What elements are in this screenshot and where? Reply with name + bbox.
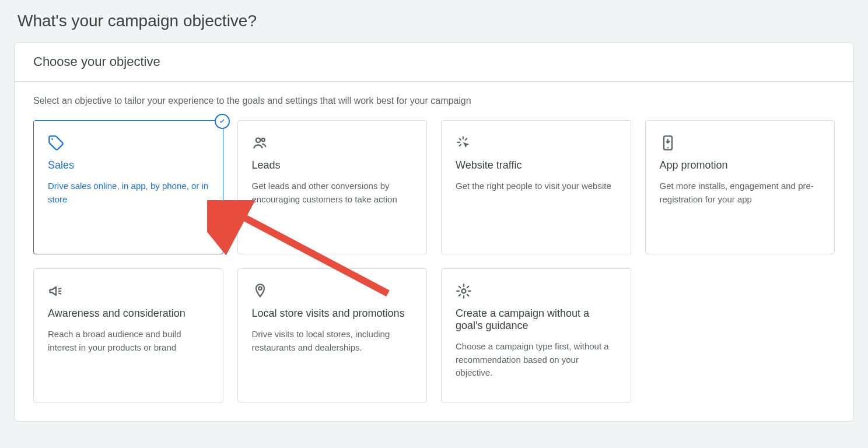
objective-card-sales[interactable]: Sales Drive sales online, in app, by pho…: [33, 120, 223, 254]
objective-card-app-promotion[interactable]: App promotion Get more installs, engagem…: [645, 120, 835, 254]
objective-desc: Get more installs, engagement and pre-re…: [660, 180, 821, 206]
megaphone-icon: [48, 283, 64, 299]
check-icon: [215, 114, 230, 129]
objective-title: Local store visits and promotions: [252, 307, 413, 320]
objective-title: Sales: [48, 159, 209, 172]
objective-title: Create a campaign without a goal's guida…: [456, 307, 617, 332]
svg-point-4: [667, 147, 668, 148]
tag-icon: [48, 135, 64, 151]
svg-point-6: [462, 289, 466, 293]
panel-header-title: Choose your objective: [33, 54, 835, 69]
objective-panel: Choose your objective Select an objectiv…: [14, 42, 854, 422]
objective-desc: Get leads and other conversions by encou…: [252, 180, 413, 206]
panel-body: Select an objective to tailor your exper…: [15, 82, 853, 421]
svg-point-1: [256, 138, 260, 142]
objective-card-awareness[interactable]: Awareness and consideration Reach a broa…: [33, 268, 223, 402]
objective-desc: Drive visits to local stores, including …: [252, 328, 413, 354]
phone-icon: [660, 135, 676, 151]
svg-point-0: [51, 138, 53, 140]
objectives-grid: Sales Drive sales online, in app, by pho…: [33, 120, 835, 402]
people-icon: [252, 135, 268, 151]
objective-card-website-traffic[interactable]: Website traffic Get the right people to …: [441, 120, 631, 254]
gear-icon: [456, 283, 472, 299]
panel-header: Choose your objective: [15, 43, 853, 82]
objective-desc: Choose a campaign type first, without a …: [456, 340, 617, 380]
svg-point-2: [261, 138, 264, 141]
objective-title: Leads: [252, 159, 413, 172]
panel-instruction: Select an objective to tailor your exper…: [33, 96, 835, 106]
pin-icon: [252, 283, 268, 299]
objective-title: Website traffic: [456, 159, 617, 172]
objective-desc: Get the right people to visit your websi…: [456, 180, 617, 193]
objective-card-local-store[interactable]: Local store visits and promotions Drive …: [237, 268, 428, 402]
objective-title: Awareness and consideration: [48, 307, 209, 320]
svg-point-5: [258, 287, 261, 290]
page-title: What's your campaign objective?: [0, 0, 868, 42]
objective-card-no-goal[interactable]: Create a campaign without a goal's guida…: [441, 268, 631, 402]
objective-desc: Drive sales online, in app, by phone, or…: [48, 180, 209, 206]
objective-desc: Reach a broad audience and build interes…: [48, 328, 209, 354]
click-icon: [456, 135, 472, 151]
objective-card-leads[interactable]: Leads Get leads and other conversions by…: [237, 120, 428, 254]
objective-title: App promotion: [660, 159, 821, 172]
